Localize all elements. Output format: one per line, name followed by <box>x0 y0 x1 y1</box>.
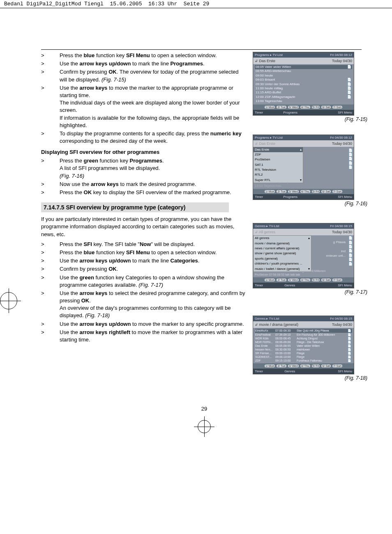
figure-caption: (Fig. 7-15) <box>253 116 367 122</box>
main-text-column: >Press the blue function key SFI Menu to… <box>41 52 247 381</box>
instruction-step: >Confirm by pressing OK. <box>41 265 247 273</box>
instruction-step: >Use the green function key Categories t… <box>41 274 247 289</box>
instruction-step: >Use the arrow keys right/left to move t… <box>41 329 247 344</box>
figure-7-15: Programs ▸ TV-ListFri 04/30 08:12 ↲ Das … <box>253 52 367 122</box>
figure-column: Programs ▸ TV-ListFri 04/30 08:12 ↲ Das … <box>253 52 367 381</box>
top-divider <box>41 49 362 50</box>
figure-7-17: Genres ▸ TV-ListFri 04/30 08:15 ↲ All ge… <box>253 223 367 295</box>
instruction-step: >Use the arrow keys up/down to mark the … <box>41 60 247 67</box>
instruction-step: >To display the programme contents for a… <box>41 130 247 145</box>
instruction-step: >Use the arrow keys to move the marker t… <box>41 84 247 129</box>
instruction-step: >Press the blue function key SFI Menu to… <box>41 249 247 256</box>
figure-caption: (Fig. 7-17) <box>253 289 367 295</box>
instruction-step: >Press the blue function key SFI Menu to… <box>41 52 247 59</box>
instruction-step: >Use the arrow keys up/down to move the … <box>41 320 247 328</box>
document-header-meta: Bedanl DigiPal2_DigitMod Tiengl 15.06.20… <box>0 0 392 8</box>
crop-mark-bottom <box>41 420 367 434</box>
page-number: 29 <box>41 406 367 412</box>
figure-caption: (Fig. 7-18) <box>253 375 367 381</box>
figure-7-16: Programs ▸ TV-ListFri 04/30 08:12 ↲ Das … <box>253 135 367 207</box>
instruction-step: >Confirm by pressing OK. The overview fo… <box>41 68 247 83</box>
figure-7-18: Genres ▸ TV-ListFri 04/30 08:15 ↲ movie … <box>253 316 367 381</box>
subheading-other-programmes: Displaying SFI overview for other progra… <box>41 149 247 155</box>
instruction-step: >Now use the arrow keys to mark the desi… <box>41 181 247 188</box>
instruction-step: >Press the SFI key. The SFI table "Now" … <box>41 241 247 248</box>
figure-caption: (Fig. 7-16) <box>253 201 367 207</box>
intro-paragraph: If you are particularly interested in ce… <box>41 216 247 238</box>
crop-mark-icon <box>0 292 17 309</box>
instruction-step: >Use the arrow keys to select the desire… <box>41 290 247 320</box>
instruction-step: >Press the green function key Programmes… <box>41 157 247 180</box>
instruction-step: >Use the arrow keys up/down to mark the … <box>41 257 247 265</box>
section-heading-category: 7.14.7.5 SFI overview by programme type … <box>41 202 229 212</box>
instruction-step: >Press the OK key to display the SFI ove… <box>41 189 247 196</box>
